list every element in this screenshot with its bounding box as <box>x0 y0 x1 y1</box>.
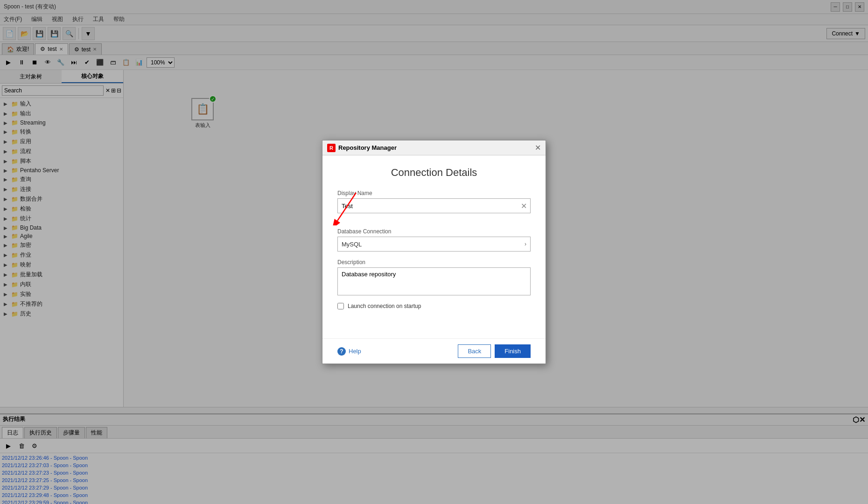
modal-titlebar: R Repository Manager ✕ <box>322 140 546 155</box>
back-button[interactable]: Back <box>458 344 491 358</box>
description-textarea[interactable]: Database repository <box>337 267 531 295</box>
description-label: Description <box>337 259 531 266</box>
display-name-input-row: ✕ <box>337 198 531 213</box>
display-name-group: Display Name ✕ <box>337 190 531 213</box>
launch-on-startup-label: Launch connection on startup <box>348 303 421 309</box>
modal-app-icon: R <box>327 144 336 152</box>
checkbox-row: Launch connection on startup <box>337 303 531 309</box>
modal-close-button[interactable]: ✕ <box>535 143 541 152</box>
description-group: Description Database repository <box>337 259 531 295</box>
help-icon: ? <box>337 347 346 356</box>
modal-title-left: R Repository Manager <box>327 144 397 152</box>
repository-manager-modal: R Repository Manager ✕ Connection Detail… <box>322 140 546 364</box>
finish-button[interactable]: Finish <box>495 344 531 358</box>
db-connection-label: Database Connection <box>337 228 531 235</box>
help-label: Help <box>349 348 361 355</box>
modal-overlay: R Repository Manager ✕ Connection Detail… <box>0 0 868 504</box>
display-name-label: Display Name <box>337 190 531 196</box>
display-name-clear-button[interactable]: ✕ <box>517 199 530 212</box>
db-connection-select[interactable]: MySQL › <box>337 237 531 252</box>
modal-body: Connection Details Display Name ✕ <box>322 155 546 338</box>
help-button[interactable]: ? Help <box>337 347 361 356</box>
db-connection-arrow-icon: › <box>525 241 526 247</box>
display-name-input[interactable] <box>338 199 517 213</box>
modal-heading: Connection Details <box>337 167 531 179</box>
modal-title-text: Repository Manager <box>338 144 397 151</box>
footer-right-buttons: Back Finish <box>458 344 531 358</box>
db-connection-group: Database Connection MySQL › <box>337 228 531 252</box>
launch-on-startup-checkbox[interactable] <box>337 303 344 309</box>
modal-footer: ? Help Back Finish <box>322 338 546 364</box>
db-connection-value: MySQL <box>342 241 362 248</box>
